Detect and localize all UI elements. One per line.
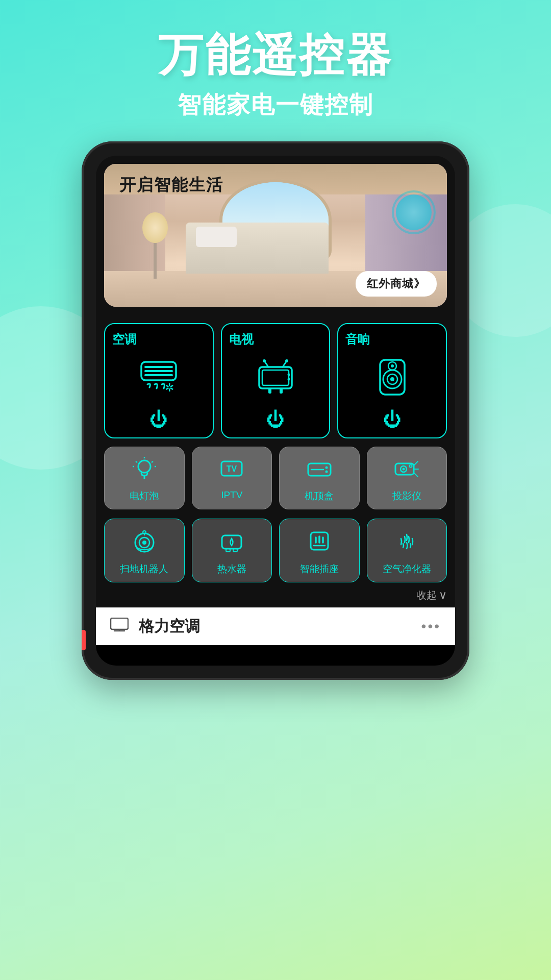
tv-label: 电视 — [229, 331, 254, 348]
robot-label: 扫地机器人 — [120, 562, 168, 576]
ac-power[interactable]: ⏻ — [149, 409, 168, 430]
bulb-label: 电灯泡 — [130, 489, 159, 503]
svg-line-25 — [136, 461, 137, 462]
grid-item-socket[interactable]: 智能插座 — [279, 519, 360, 582]
grid-item-heater[interactable]: 热水器 — [192, 519, 272, 582]
svg-line-24 — [152, 461, 153, 462]
bulb-icon — [132, 456, 157, 484]
grid-item-projector[interactable]: 投影仪 — [367, 447, 447, 509]
settop-label: 机顶盒 — [305, 489, 334, 503]
svg-text:✲: ✲ — [165, 381, 174, 394]
phone-frame: 开启智能生活 红外商城》 空调 — [82, 141, 469, 680]
iptv-icon: TV — [219, 456, 244, 484]
device-icon — [110, 617, 129, 636]
svg-rect-6 — [262, 370, 289, 385]
banner-area: 开启智能生活 红外商城》 — [104, 164, 447, 307]
main-title: 万能遥控器 — [0, 31, 551, 80]
speaker-card[interactable]: 音响 ⏻ — [337, 323, 447, 438]
banner-button[interactable]: 红外商城》 — [356, 271, 437, 297]
projector-icon — [394, 456, 419, 484]
ac-icon: ✲ — [138, 357, 179, 398]
tv-icon — [255, 357, 296, 398]
settop-icon — [307, 456, 332, 484]
bottom-grid: 扫地机器人 热水器 — [96, 517, 455, 586]
secondary-grid: 电灯泡 TV IPTV — [96, 444, 455, 517]
svg-text:TV: TV — [227, 464, 237, 473]
ac-icon-area: ✲ — [110, 353, 208, 402]
iptv-label: IPTV — [221, 489, 242, 501]
purifier-label: 空气净化器 — [383, 562, 431, 576]
grid-item-bulb[interactable]: 电灯泡 — [104, 447, 185, 509]
banner-text: 开启智能生活 — [119, 174, 223, 197]
svg-point-21 — [138, 460, 151, 473]
speaker-icon-area — [343, 353, 441, 402]
purifier-icon — [394, 528, 419, 557]
speaker-power[interactable]: ⏻ — [383, 409, 402, 430]
sub-title: 智能家电一键控制 — [0, 89, 551, 121]
svg-point-18 — [390, 377, 394, 381]
speaker-icon — [372, 357, 413, 398]
svg-rect-12 — [280, 388, 283, 394]
svg-point-40 — [142, 541, 146, 545]
banner-lamp — [145, 212, 165, 274]
socket-label: 智能插座 — [300, 562, 339, 576]
svg-point-13 — [288, 373, 290, 376]
grid-item-iptv[interactable]: TV IPTV — [192, 447, 272, 509]
tv-power[interactable]: ⏻ — [266, 409, 285, 430]
chevron-down-icon: ∨ — [439, 589, 447, 602]
speaker-label: 音响 — [345, 331, 370, 348]
grid-item-robot[interactable]: 扫地机器人 — [104, 519, 185, 582]
banner-bed — [186, 223, 329, 274]
svg-rect-51 — [111, 618, 128, 629]
svg-point-20 — [391, 364, 394, 368]
tv-card[interactable]: 电视 — [221, 323, 331, 438]
svg-point-33 — [325, 470, 328, 473]
bottom-bar: 格力空调 ••• — [96, 607, 455, 645]
svg-rect-44 — [226, 549, 230, 552]
heater-label: 热水器 — [217, 562, 246, 576]
collapse-row: 收起 ∨ — [96, 586, 455, 607]
device-name: 格力空调 — [139, 616, 411, 637]
collapse-button[interactable]: 收起 ∨ — [416, 589, 447, 602]
ac-card[interactable]: 空调 ✲ ⏻ — [104, 323, 214, 438]
projector-label: 投影仪 — [392, 489, 421, 503]
grid-item-settop[interactable]: 机顶盒 — [279, 447, 360, 509]
grid-item-purifier[interactable]: 空气净化器 — [367, 519, 447, 582]
heater-icon — [219, 528, 244, 557]
svg-point-9 — [263, 359, 266, 362]
robot-icon — [132, 528, 157, 557]
svg-rect-45 — [233, 549, 237, 552]
black-strip — [96, 645, 455, 666]
page-header: 万能遥控器 智能家电一键控制 — [0, 0, 551, 141]
more-button[interactable]: ••• — [421, 618, 441, 634]
svg-point-36 — [403, 468, 405, 470]
svg-point-14 — [288, 378, 290, 380]
svg-point-32 — [325, 466, 328, 469]
phone-inner: 开启智能生活 红外商城》 空调 — [96, 156, 455, 666]
svg-rect-1 — [144, 366, 173, 368]
svg-rect-11 — [268, 388, 271, 394]
svg-point-10 — [285, 359, 288, 362]
socket-icon — [307, 528, 332, 557]
ac-label: 空调 — [112, 331, 137, 348]
main-controls: 空调 ✲ ⏻ — [96, 315, 455, 444]
tv-icon-area — [227, 353, 324, 402]
svg-rect-2 — [144, 370, 173, 372]
svg-rect-3 — [144, 374, 173, 376]
svg-point-37 — [410, 464, 412, 467]
